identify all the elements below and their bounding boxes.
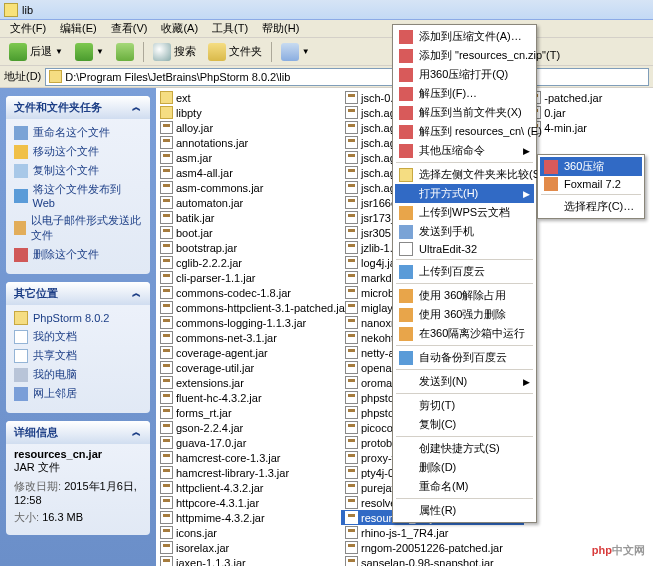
place-item[interactable]: 我的文档 <box>14 327 142 346</box>
menu-item[interactable]: 在360隔离沙箱中运行 <box>395 324 534 343</box>
menu-item[interactable]: 属性(R) <box>395 501 534 520</box>
file-item[interactable]: 0.jar <box>524 105 653 120</box>
task-item[interactable]: 移动这个文件 <box>14 142 142 161</box>
menu-file[interactable]: 文件(F) <box>4 20 52 37</box>
menu-item[interactable]: Foxmail 7.2 <box>540 176 642 192</box>
file-item[interactable]: httpcore-4.3.1.jar <box>156 495 341 510</box>
panel-header[interactable]: 其它位置︽ <box>6 282 150 305</box>
file-item[interactable]: annotations.jar <box>156 135 341 150</box>
file-item[interactable]: libpty <box>156 105 341 120</box>
menu-item[interactable]: 发送到(N)▶ <box>395 372 534 391</box>
menu-item[interactable]: 选择程序(C)… <box>540 197 642 216</box>
menu-item[interactable]: 360压缩 <box>540 157 642 176</box>
jar-icon <box>160 451 173 464</box>
menu-item[interactable]: 使用 360强力删除 <box>395 305 534 324</box>
file-item[interactable]: rhino-js-1_7R4.jar <box>341 525 524 540</box>
place-item[interactable]: 共享文档 <box>14 346 142 365</box>
file-item[interactable]: httpclient-4.3.2.jar <box>156 480 341 495</box>
address-input[interactable]: D:\Program Files\JetBrains\PhpStorm 8.0.… <box>45 68 649 86</box>
menu-help[interactable]: 帮助(H) <box>256 20 305 37</box>
menu-edit[interactable]: 编辑(E) <box>54 20 103 37</box>
up-button[interactable] <box>111 40 139 64</box>
file-item[interactable]: automaton.jar <box>156 195 341 210</box>
forward-button[interactable]: ▼ <box>70 40 109 64</box>
menu-item[interactable]: 删除(D) <box>395 458 534 477</box>
file-item[interactable]: cglib-2.2.2.jar <box>156 255 341 270</box>
menu-item[interactable]: 重命名(M) <box>395 477 534 496</box>
menu-fav[interactable]: 收藏(A) <box>155 20 204 37</box>
file-item[interactable]: commons-logging-1.1.3.jar <box>156 315 341 330</box>
task-item[interactable]: 以电子邮件形式发送此文件 <box>14 211 142 245</box>
jar-icon <box>160 226 173 239</box>
menu-item[interactable]: 剪切(T) <box>395 396 534 415</box>
task-item[interactable]: 删除这个文件 <box>14 245 142 264</box>
jar-icon <box>345 241 358 254</box>
folders-icon <box>208 43 226 61</box>
menu-item[interactable]: 创建快捷方式(S) <box>395 439 534 458</box>
file-item[interactable]: bootstrap.jar <box>156 240 341 255</box>
file-item[interactable]: asm.jar <box>156 150 341 165</box>
place-item[interactable]: 我的电脑 <box>14 365 142 384</box>
file-item[interactable]: sanselan-0.98-snapshot.jar <box>341 555 524 566</box>
menu-item[interactable]: 添加到 "resources_cn.zip"(T) <box>395 46 534 65</box>
file-item[interactable]: asm-commons.jar <box>156 180 341 195</box>
menu-item[interactable]: 用360压缩打开(Q) <box>395 65 534 84</box>
folder-icon <box>4 3 18 17</box>
file-item[interactable]: extensions.jar <box>156 375 341 390</box>
menu-item[interactable]: 解压到(F)… <box>395 84 534 103</box>
file-item[interactable]: forms_rt.jar <box>156 405 341 420</box>
place-item[interactable]: PhpStorm 8.0.2 <box>14 309 142 327</box>
panel-header[interactable]: 详细信息︽ <box>6 421 150 444</box>
file-item[interactable]: commons-net-3.1.jar <box>156 330 341 345</box>
menu-item[interactable]: 发送到手机 <box>395 222 534 241</box>
file-item[interactable]: httpmime-4.3.2.jar <box>156 510 341 525</box>
file-item[interactable]: coverage-agent.jar <box>156 345 341 360</box>
file-item[interactable]: hamcrest-library-1.3.jar <box>156 465 341 480</box>
jar-icon <box>160 511 173 524</box>
folders-button[interactable]: 文件夹 <box>203 40 267 64</box>
menu-item[interactable]: 解压到当前文件夹(X) <box>395 103 534 122</box>
file-item[interactable]: fluent-hc-4.3.2.jar <box>156 390 341 405</box>
menu-item[interactable]: 使用 360解除占用 <box>395 286 534 305</box>
file-item[interactable]: icons.jar <box>156 525 341 540</box>
file-item[interactable]: batik.jar <box>156 210 341 225</box>
file-item[interactable]: gson-2.2.4.jar <box>156 420 341 435</box>
menu-item[interactable]: 其他压缩命令▶ <box>395 141 534 160</box>
file-item[interactable]: alloy.jar <box>156 120 341 135</box>
menu-item[interactable]: 自动备份到百度云 <box>395 348 534 367</box>
file-item[interactable]: asm4-all.jar <box>156 165 341 180</box>
jar-icon <box>160 211 173 224</box>
menu-item[interactable]: 解压到 resources_cn\ (E) <box>395 122 534 141</box>
task-item[interactable]: 将这个文件发布到 Web <box>14 180 142 211</box>
file-item[interactable]: ext <box>156 90 341 105</box>
menu-item[interactable]: 复制(C) <box>395 415 534 434</box>
views-button[interactable]: ▼ <box>276 40 315 64</box>
file-item[interactable]: boot.jar <box>156 225 341 240</box>
menu-item[interactable]: 上传到百度云 <box>395 262 534 281</box>
file-item[interactable]: -patched.jar <box>524 90 653 105</box>
file-item[interactable]: guava-17.0.jar <box>156 435 341 450</box>
menu-item[interactable]: 选择左侧文件夹来比较(S) <box>395 165 534 184</box>
back-button[interactable]: 后退▼ <box>4 40 68 64</box>
jar-icon <box>345 556 358 566</box>
file-item[interactable]: rngom-20051226-patched.jar <box>341 540 524 555</box>
menu-item[interactable]: 上传到WPS云文档 <box>395 203 534 222</box>
file-item[interactable]: hamcrest-core-1.3.jar <box>156 450 341 465</box>
menu-item[interactable]: 添加到压缩文件(A)… <box>395 27 534 46</box>
file-item[interactable]: cli-parser-1.1.jar <box>156 270 341 285</box>
task-item[interactable]: 复制这个文件 <box>14 161 142 180</box>
file-item[interactable]: jaxen-1.1.3.jar <box>156 555 341 566</box>
search-button[interactable]: 搜索 <box>148 40 201 64</box>
menu-view[interactable]: 查看(V) <box>105 20 154 37</box>
file-item[interactable]: coverage-util.jar <box>156 360 341 375</box>
file-item[interactable]: commons-httpclient-3.1-patched.jar <box>156 300 341 315</box>
menu-item[interactable]: UltraEdit-32 <box>395 241 534 257</box>
panel-header[interactable]: 文件和文件夹任务︽ <box>6 96 150 119</box>
place-item[interactable]: 网上邻居 <box>14 384 142 403</box>
file-item[interactable]: isorelax.jar <box>156 540 341 555</box>
file-item[interactable]: commons-codec-1.8.jar <box>156 285 341 300</box>
file-item[interactable]: 4-min.jar <box>524 120 653 135</box>
menu-tools[interactable]: 工具(T) <box>206 20 254 37</box>
task-item[interactable]: 重命名这个文件 <box>14 123 142 142</box>
menu-item[interactable]: 打开方式(H)▶ <box>395 184 534 203</box>
